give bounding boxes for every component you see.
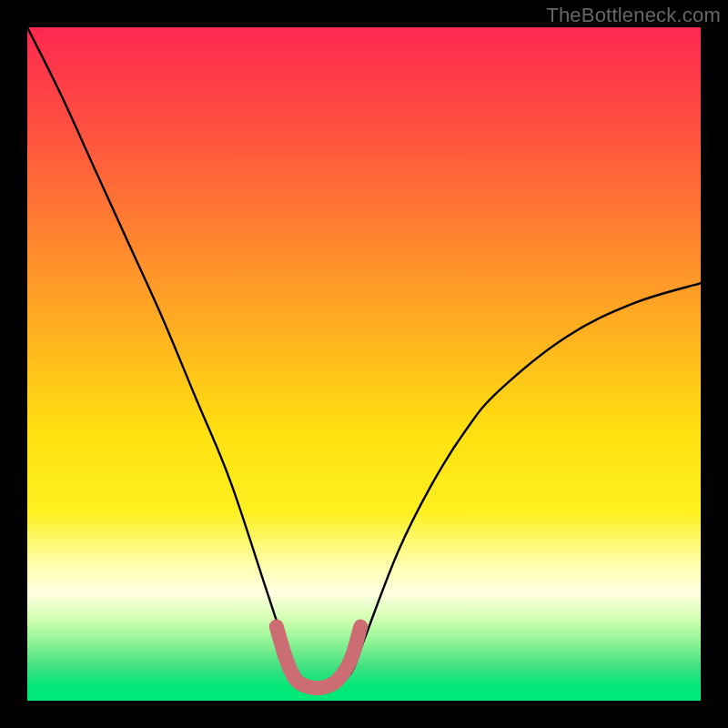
chart-container: TheBottleneck.com <box>0 0 728 728</box>
optimal-range-marker <box>27 27 701 701</box>
watermark-label: TheBottleneck.com <box>546 4 721 27</box>
plot-area <box>27 27 701 701</box>
